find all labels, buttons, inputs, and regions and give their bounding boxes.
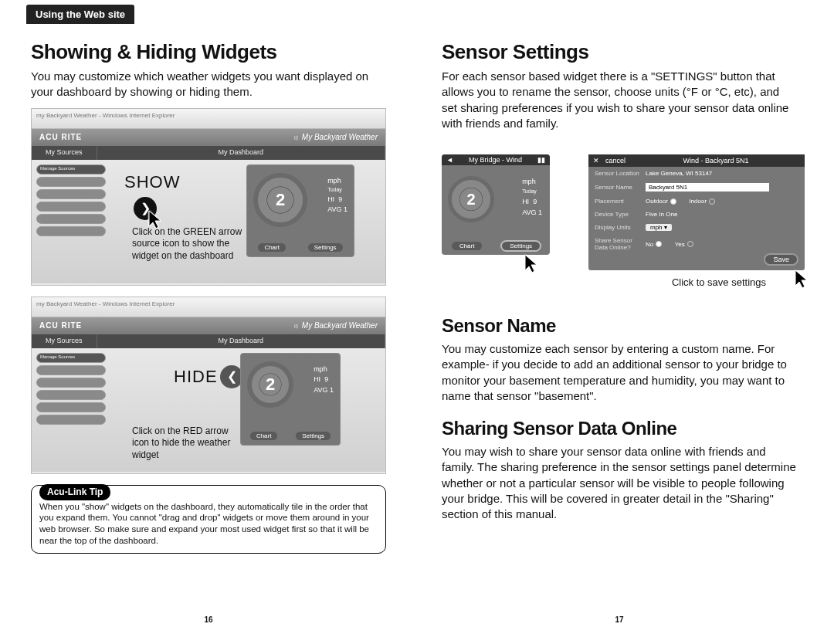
save-button[interactable]: Save: [764, 253, 798, 266]
wind-stats: mph Today HI 9 AVG 1: [327, 176, 348, 215]
tip-body: When you "show" widgets on the dashboard…: [39, 501, 378, 547]
source-item[interactable]: [36, 177, 106, 187]
panel-title: Wind - Backyard 5N1: [632, 157, 800, 164]
settings-button[interactable]: Settings: [296, 432, 331, 440]
show-label: SHOW: [124, 172, 180, 192]
wind-widget: 2 mph HI 9 AVG 1 Chart Settings: [240, 353, 341, 446]
source-item[interactable]: [36, 378, 106, 388]
para-sharing: You may wish to share your sensor data o…: [442, 444, 797, 522]
device-type: Five In One: [646, 211, 677, 218]
tab-sources[interactable]: My Sources: [32, 146, 97, 160]
browser-chrome: my Backyard Weather - Windows Internet E…: [32, 109, 385, 129]
expand-arrow-icon[interactable]: ❯: [134, 197, 157, 220]
brand-bar: ACU RITE ☼ My Backyard Weather: [32, 317, 385, 334]
chart-button[interactable]: Chart: [452, 242, 483, 250]
brand-left: ACU RITE: [39, 133, 82, 141]
share-no[interactable]: No: [646, 241, 662, 248]
source-item[interactable]: [36, 415, 106, 425]
source-item[interactable]: Manage Sources: [36, 164, 106, 175]
source-item[interactable]: [36, 365, 106, 375]
sensor-name-input[interactable]: Backyard 5N1: [646, 183, 769, 192]
brand-right: ☼ My Backyard Weather: [293, 133, 378, 141]
mini-wind-widget: ◄My Bridge - Wind▮▮ 2 mph Today HI 9 AVG…: [442, 154, 550, 255]
source-item[interactable]: Manage Sources: [36, 353, 106, 363]
chart-button[interactable]: Chart: [250, 432, 278, 440]
page-left: Showing & Hiding Widgets You may customi…: [15, 25, 402, 627]
tip-box: Acu-Link Tip When you "show" widgets on …: [31, 485, 386, 554]
close-icon[interactable]: ✕: [593, 157, 599, 164]
show-callout: Click on the GREEN arrow source icon to …: [132, 226, 248, 263]
para-sensor-name: You may customize each sensor by enterin…: [442, 341, 797, 404]
cancel-link[interactable]: cancel: [605, 157, 626, 164]
page-right: Sensor Settings For each sensor based wi…: [426, 25, 812, 627]
source-item[interactable]: [36, 214, 106, 224]
wind-dial: 2: [253, 173, 307, 227]
brand-right: ☼ My Backyard Weather: [293, 321, 378, 330]
browser-chrome: my Backyard Weather - Windows Internet E…: [32, 297, 385, 317]
figure-settings: ◄My Bridge - Wind▮▮ 2 mph Today HI 9 AVG…: [442, 154, 797, 301]
source-item[interactable]: [36, 390, 106, 400]
brand-left: ACU RITE: [39, 321, 82, 330]
para-sensor-settings: For each sensor based widget there is a …: [442, 69, 797, 131]
settings-panel: ✕ cancel Wind - Backyard 5N1 Sensor Loca…: [588, 154, 805, 270]
wind-widget: 2 mph Today HI 9 AVG 1 Chart Settings: [246, 164, 354, 257]
figure-hide: my Backyard Weather - Windows Internet E…: [31, 297, 386, 474]
wind-stats: mph Today HI 9 AVG 1: [522, 176, 542, 218]
source-item[interactable]: [36, 402, 106, 412]
figure-show: my Backyard Weather - Windows Internet E…: [31, 108, 386, 286]
save-caption: Click to save settings: [672, 276, 766, 288]
settings-button[interactable]: Settings: [308, 243, 343, 252]
heading-sharing: Sharing Sensor Data Online: [442, 418, 797, 439]
chart-button[interactable]: Chart: [258, 243, 286, 252]
settings-button[interactable]: Settings: [502, 242, 540, 250]
dashboard-tabs: My Sources My Dashboard: [32, 334, 385, 348]
page-number: 16: [15, 615, 402, 624]
page-number: 17: [426, 615, 812, 624]
heading-sensor-name: Sensor Name: [442, 315, 797, 337]
units-select[interactable]: mph ▾: [646, 224, 672, 231]
wind-dial: 2: [247, 361, 293, 408]
source-item[interactable]: [36, 226, 106, 236]
wind-stats: mph HI 9 AVG 1: [314, 364, 334, 396]
share-yes[interactable]: Yes: [675, 241, 693, 248]
source-list: Manage Sources: [36, 353, 106, 427]
brand-bar: ACU RITE ☼ My Backyard Weather: [32, 129, 385, 146]
tab-dashboard[interactable]: My Dashboard: [97, 334, 385, 348]
dashboard-tabs: My Sources My Dashboard: [32, 146, 385, 160]
heading-sensor-settings: Sensor Settings: [442, 40, 797, 64]
sensor-location: Lake Geneva, WI 53147: [646, 170, 712, 177]
para-widgets: You may customize which weather widgets …: [31, 69, 386, 100]
source-item[interactable]: [36, 189, 106, 199]
tab-sources[interactable]: My Sources: [32, 334, 97, 348]
source-item[interactable]: [36, 202, 106, 212]
signal-icon: ▮▮: [537, 156, 545, 164]
cursor-icon: [524, 253, 539, 273]
section-header: Using the Web site: [26, 5, 134, 24]
wind-dial: 2: [448, 176, 494, 222]
source-list: Manage Sources: [36, 164, 106, 239]
tab-dashboard[interactable]: My Dashboard: [97, 146, 385, 160]
heading-widgets: Showing & Hiding Widgets: [31, 40, 386, 64]
hide-label: HIDE: [174, 367, 218, 387]
tip-title: Acu-Link Tip: [39, 484, 110, 501]
hide-callout: Click on the RED arrow icon to hide the …: [132, 425, 248, 462]
cursor-icon: [794, 269, 809, 289]
placement-outdoor[interactable]: Outdoor: [646, 198, 676, 205]
placement-indoor[interactable]: Indoor: [689, 198, 715, 205]
